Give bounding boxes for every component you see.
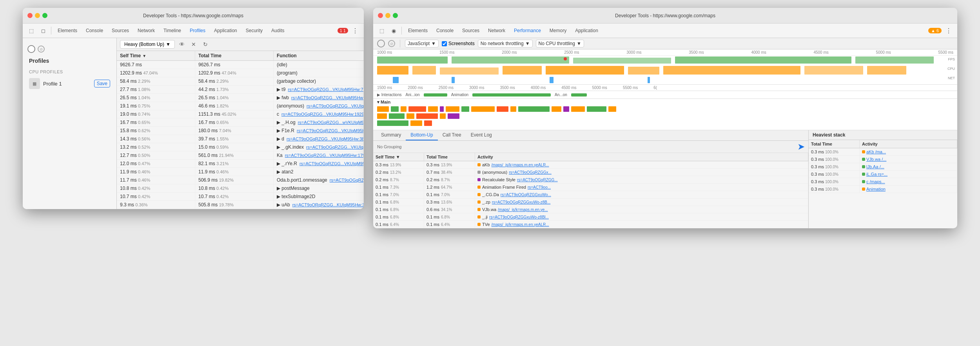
tab-elements[interactable]: Elements: [54, 26, 81, 35]
activity-link[interactable]: /maps/_js/k=maps.m.en.yeALR...: [492, 222, 549, 227]
func-link[interactable]: rs=ACT9oOGqRZGG...VKUIqM95Hw:389: [287, 137, 364, 141]
at-row[interactable]: 0.1 ms 6.8% 0.1 ms 6.8% _.ji rs=ACT9oOGq…: [373, 213, 808, 221]
rt-tab-sources[interactable]: Sources: [458, 26, 483, 35]
activity-link[interactable]: rs=ACT9oOGqRZGGx...: [509, 170, 552, 175]
screenshots-ctrl[interactable]: Screenshots: [442, 41, 475, 46]
clear-icon[interactable]: ✕: [189, 40, 198, 49]
activity-link[interactable]: rs=ACT9oOGqRZGGxuWo-z8B...: [492, 200, 551, 204]
func-link[interactable]: rs=ACT9oOGqRZGG...VKUIqM95Hw:713: [288, 87, 364, 92]
record-button[interactable]: [27, 45, 35, 53]
func-link[interactable]: rs=ACT9oOGqRZGG...VKUIqM95Hw:1661: [291, 95, 364, 100]
hs-activity-link[interactable]: lJb.Aa /...: [866, 164, 884, 169]
th-function[interactable]: Function: [274, 51, 364, 60]
profile-item-1[interactable]: ▦ Profile 1 Save: [23, 76, 116, 91]
tab-application[interactable]: Application: [210, 26, 241, 35]
at-row[interactable]: 0.3 ms 13.9% 0.3 ms 13.9% aKb /maps/_js/…: [373, 161, 808, 169]
perf-record-button[interactable]: [377, 40, 385, 47]
rt-more-icon[interactable]: ⋮: [943, 25, 954, 36]
eye-icon[interactable]: 👁: [177, 40, 187, 49]
tab-profiles[interactable]: Profiles: [186, 26, 209, 35]
event-log-tab[interactable]: Event Log: [466, 130, 497, 140]
at-row[interactable]: 0.2 ms 8.7% 0.2 ms 8.7% Recalculate Styl…: [373, 176, 808, 184]
table-row[interactable]: 14.3 ms 0.56% 39.7 ms 1.55% ▶ d rs=ACT9o…: [117, 135, 364, 143]
more-options-icon[interactable]: ⋮: [350, 25, 361, 36]
inspect-icon[interactable]: ◻: [38, 25, 49, 36]
activity-link[interactable]: /maps/_js/k=maps.m.en.yeALR...: [492, 163, 549, 167]
table-row[interactable]: 10.8 ms 0.42% 10.8 ms 0.42% ▶ postMessag…: [117, 184, 364, 193]
rt-tab-console[interactable]: Console: [432, 26, 457, 35]
table-row[interactable]: 1202.9 ms 47.04% 1202.9 ms 47.04% (progr…: [117, 69, 364, 77]
activity-link[interactable]: rs=ACT9oOGqRZGG...: [517, 178, 558, 182]
th-total-time[interactable]: Total Time: [195, 51, 274, 60]
close-button-left[interactable]: [27, 13, 33, 18]
cursor-icon[interactable]: ⬚: [26, 25, 37, 36]
ath-total-time[interactable]: Total Time: [424, 153, 475, 161]
func-link[interactable]: rs=ACT9oOGqRZGG...VKUIqM95Hw:593: [299, 161, 364, 166]
tab-timeline[interactable]: Timeline: [160, 26, 185, 35]
table-row[interactable]: 9.3 ms 0.36% 505.8 ms 19.78% ▶ uAb rs=AC…: [117, 201, 364, 209]
js-dropdown[interactable]: JavaScript ▼: [405, 40, 439, 47]
network-throttle-dropdown[interactable]: No network throttling ▼: [478, 40, 533, 47]
activity-link[interactable]: /maps/_js/k=maps.m.en.ye...: [498, 208, 548, 212]
bottom-up-tab[interactable]: Bottom-Up: [406, 130, 437, 140]
tab-security[interactable]: Security: [242, 26, 267, 35]
func-link[interactable]: rs=ACT9oOGqRZGG...wVKUIqM95Hw:88: [330, 178, 364, 182]
activity-link[interactable]: rs=ACT9oOGqRZGGxuWo...: [501, 193, 551, 197]
table-row[interactable]: 58.4 ms 2.29% 58.4 ms 2.29% (garbage col…: [117, 77, 364, 86]
tab-sources[interactable]: Sources: [108, 26, 133, 35]
tab-console[interactable]: Console: [82, 26, 107, 35]
maximize-button-left[interactable]: [42, 13, 47, 18]
cpu-throttle-dropdown[interactable]: No CPU throttling ▼: [536, 40, 584, 47]
hs-row[interactable]: 0.3 ms 100.0% lJb.Aa /...: [809, 163, 957, 171]
tab-audits[interactable]: Audits: [267, 26, 288, 35]
hs-row[interactable]: 0.3 ms 100.0% Animation: [809, 186, 957, 193]
func-link[interactable]: rs=ACT9oORqRZGG...KUIqM95Hw:1807: [292, 202, 364, 207]
func-link[interactable]: rs=ACT9oOGqRZGG...VKUIqM95Hw:1929: [281, 112, 364, 117]
save-profile-button[interactable]: Save: [94, 80, 110, 87]
func-link[interactable]: rs=ACT9oOGqRZGG...VKUIqM95Hw:1799: [285, 153, 364, 158]
cursor-icon-right[interactable]: ⬚: [376, 25, 387, 36]
hs-row[interactable]: 0.3 ms 100.0% VJb.wa /...: [809, 156, 957, 163]
table-row[interactable]: 26.5 ms 1.04% 26.5 ms 1.04% ▶ fwb rs=ACT…: [117, 94, 364, 102]
minimize-button-left[interactable]: [35, 13, 40, 18]
table-row[interactable]: 12.0 ms 0.47% 82.1 ms 3.21% ▶ _.rYe.R rs…: [117, 160, 364, 168]
table-row[interactable]: 27.7 ms 1.08% 44.2 ms 1.73% ▶ t9 rs=ACT9…: [117, 86, 364, 94]
stop-record-button[interactable]: ⊘: [38, 46, 45, 53]
inspect-icon-right[interactable]: ◉: [388, 25, 399, 36]
rt-tab-network[interactable]: Network: [484, 26, 509, 35]
hs-activity-link[interactable]: iL.Ga rs=...: [866, 172, 887, 177]
hs-activity-link[interactable]: Animation: [866, 187, 886, 191]
at-row[interactable]: 0.1 ms 6.8% 0.6 ms 34.1% VJb.wa /maps/_j…: [373, 206, 808, 213]
at-row[interactable]: 0.1 ms 7.0% 0.1 ms 7.0% _.CG.Da rs=ACT9o…: [373, 191, 808, 198]
reload-profile-icon[interactable]: ↻: [201, 40, 210, 49]
tab-network[interactable]: Network: [134, 26, 159, 35]
table-row[interactable]: 11.9 ms 0.46% 11.9 ms 0.46% ▶ atan2: [117, 168, 364, 176]
hs-row[interactable]: 0.3 ms 100.0% c /maps...: [809, 178, 957, 186]
hs-activity-link[interactable]: aKb /ma...: [866, 149, 886, 154]
at-row[interactable]: 0.1 ms 6.8% 0.3 ms 13.6% _.zp rs=ACT9oOG…: [373, 198, 808, 206]
table-row[interactable]: 10.7 ms 0.42% 10.7 ms 0.42% ▶ texSubImag…: [117, 193, 364, 201]
perf-stop-button[interactable]: ⊘: [388, 40, 395, 47]
activity-link[interactable]: rs=ACT9oOGqRZGGxuWo-z8Bl...: [489, 215, 549, 219]
func-link[interactable]: rs=ACT9oOGqRZGG...VKUIqM95Hw:126: [307, 104, 364, 108]
table-row[interactable]: 9626.7 ms 9626.7 ms (idle): [117, 61, 364, 69]
table-row[interactable]: 16.7 ms 0.65% 16.7 ms 0.65% ▶ _.H.og rs=…: [117, 118, 364, 127]
table-row[interactable]: 15.8 ms 0.62% 180.0 ms 7.04% ▶ F1e.R rs=…: [117, 127, 364, 135]
rt-tab-elements[interactable]: Elements: [404, 26, 432, 35]
hs-activity-link[interactable]: VJb.wa /...: [866, 157, 886, 162]
table-row[interactable]: 13.2 ms 0.52% 15.0 ms 0.59% ▶ _.gK.index…: [117, 143, 364, 151]
close-button-right[interactable]: [378, 13, 383, 18]
ath-activity[interactable]: Activity: [475, 153, 808, 161]
at-row[interactable]: 0.1 ms 6.4% 0.1 ms 6.4% TVe /maps/_js/k=…: [373, 221, 808, 228]
screenshots-checkbox[interactable]: [442, 41, 447, 46]
hs-activity-link[interactable]: c /maps...: [866, 179, 885, 184]
hs-row[interactable]: 0.3 ms 100.0% iL.Ga rs=...: [809, 171, 957, 178]
rt-tab-memory[interactable]: Memory: [546, 26, 570, 35]
rt-tab-application[interactable]: Application: [571, 26, 602, 35]
func-link[interactable]: rs=ACT9oOGqRZGG...VKUIqM95Hw:381: [306, 145, 364, 149]
th-self-time[interactable]: Self Time: [117, 51, 195, 60]
table-row[interactable]: 12.7 ms 0.50% 561.0 ms 21.94% Ka rs=ACT9…: [117, 151, 364, 160]
table-row[interactable]: 19.0 ms 0.74% 1151.3 ms 45.02% c rs=ACT9…: [117, 110, 364, 118]
at-row[interactable]: 0.1 ms 7.3% 1.2 ms 64.7% Animation Frame…: [373, 184, 808, 191]
func-link[interactable]: rs=ACT9oOGqRZGG...VKUIqM95Hw:838: [297, 128, 364, 133]
